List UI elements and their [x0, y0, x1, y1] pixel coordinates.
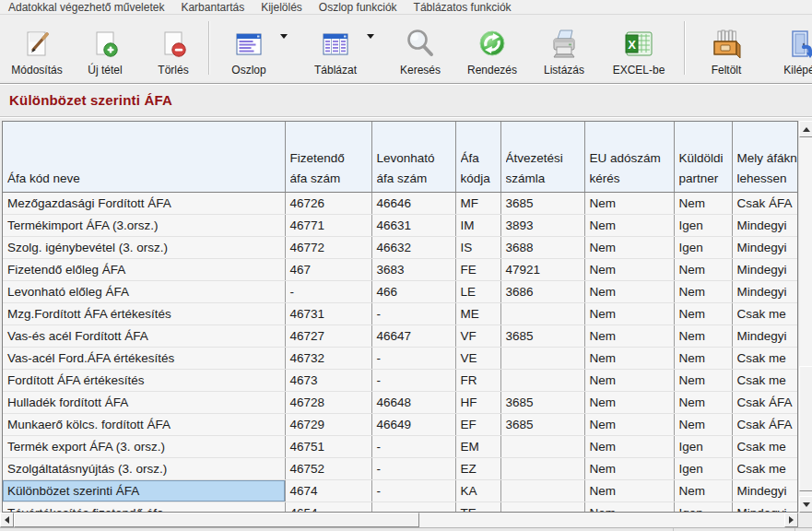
- table-cell[interactable]: KA: [455, 480, 500, 502]
- table-cell[interactable]: 46632: [371, 237, 455, 259]
- table-cell[interactable]: -: [371, 458, 455, 480]
- menu-item-oszlop-funkciok[interactable]: Oszlop funkciók: [311, 1, 406, 14]
- table-cell[interactable]: EZ: [455, 458, 500, 480]
- table-cell[interactable]: [500, 348, 584, 370]
- table-cell[interactable]: Nem: [584, 436, 674, 458]
- table-cell[interactable]: 46732: [285, 348, 371, 370]
- new-item-button[interactable]: Új tétel: [76, 18, 135, 77]
- table-cell[interactable]: 466: [371, 281, 455, 303]
- table-cell[interactable]: TE: [455, 502, 500, 513]
- table-cell[interactable]: Nem: [584, 237, 674, 259]
- table-cell[interactable]: 4673: [285, 370, 371, 392]
- table-cell[interactable]: [500, 458, 584, 480]
- table-cell[interactable]: 46646: [371, 193, 455, 215]
- table-cell[interactable]: EM: [455, 436, 500, 458]
- table-cell[interactable]: -: [285, 281, 371, 303]
- table-cell[interactable]: Nem: [674, 325, 732, 348]
- table-cell[interactable]: Csak ÁFA: [732, 392, 798, 414]
- table-cell[interactable]: 3685: [500, 414, 584, 436]
- table-cell[interactable]: Csak me: [732, 348, 798, 370]
- table-cell[interactable]: LE: [455, 281, 500, 303]
- table-cell[interactable]: FE: [455, 259, 500, 281]
- table-cell[interactable]: [500, 502, 584, 513]
- table-cell[interactable]: Nem: [584, 303, 674, 325]
- vertical-scroll-thumb[interactable]: [799, 366, 812, 491]
- delete-button[interactable]: Törlés: [144, 18, 203, 77]
- horizontal-scrollbar[interactable]: [0, 513, 798, 527]
- table-cell[interactable]: 46752: [285, 458, 371, 480]
- table-cell[interactable]: 4674: [285, 480, 371, 502]
- table-cell[interactable]: Nem: [674, 414, 732, 436]
- table-cell[interactable]: Nem: [674, 303, 732, 325]
- table-cell[interactable]: Távértékesítés fizetendő áfa: [3, 502, 285, 513]
- table-cell[interactable]: Igen: [674, 458, 732, 480]
- table-cell[interactable]: IS: [455, 237, 500, 259]
- table-cell[interactable]: Vas-és acél Fordított ÁFA: [3, 325, 285, 348]
- table-cell[interactable]: [500, 480, 584, 502]
- table-cell[interactable]: Mezőgazdasági Fordított ÁFA: [3, 193, 285, 215]
- scroll-left-button[interactable]: [0, 513, 14, 527]
- table-cell[interactable]: Termékimport ÁFA (3.orsz.): [3, 215, 285, 237]
- table-cell[interactable]: VF: [455, 325, 500, 348]
- table-cell[interactable]: Nem: [584, 215, 674, 237]
- column-header-atvezetesi-szamla[interactable]: Átvezetési számla: [500, 122, 584, 193]
- table-cell[interactable]: 46751: [285, 436, 371, 458]
- scroll-up-button[interactable]: [799, 121, 812, 137]
- menu-item-kijeloles[interactable]: Kijelölés: [253, 1, 311, 14]
- scroll-right-button[interactable]: [784, 513, 798, 527]
- column-header-fizetendo-afa-szam[interactable]: Fizetendő áfa szám: [285, 122, 371, 193]
- table-cell[interactable]: ME: [455, 303, 500, 325]
- table-cell[interactable]: Nem: [584, 259, 674, 281]
- table-cell[interactable]: 46649: [371, 414, 455, 436]
- table-cell[interactable]: Nem: [674, 281, 732, 303]
- table-cell[interactable]: Csak me: [732, 436, 798, 458]
- table-cell[interactable]: Nem: [584, 458, 674, 480]
- table-cell[interactable]: IM: [455, 215, 500, 237]
- table-cell[interactable]: EF: [455, 414, 500, 436]
- table-cell[interactable]: Nem: [584, 392, 674, 414]
- table-cell[interactable]: HF: [455, 392, 500, 414]
- table-cell[interactable]: -: [371, 348, 455, 370]
- table-cell[interactable]: [500, 370, 584, 392]
- scroll-down-button[interactable]: [799, 496, 812, 513]
- table-cell[interactable]: Szolg. igénybevétel (3. orsz.): [3, 237, 285, 259]
- table-cell[interactable]: Igen: [674, 436, 732, 458]
- table-cell[interactable]: Nem: [584, 502, 674, 513]
- table-cell[interactable]: Termék export ÁFA (3. orsz.): [3, 436, 285, 458]
- table-cell[interactable]: Csak me: [732, 458, 798, 480]
- table-cell[interactable]: -: [371, 436, 455, 458]
- horizontal-scroll-thumb[interactable]: [14, 513, 419, 527]
- exit-button[interactable]: Kilépés: [772, 18, 812, 77]
- table-cell[interactable]: 467: [285, 259, 371, 281]
- table-cell[interactable]: Mindegyi: [732, 502, 798, 513]
- table-cell[interactable]: Csak me: [732, 303, 798, 325]
- table-cell[interactable]: Csak ÁFA: [732, 193, 798, 215]
- table-cell[interactable]: Nem: [674, 480, 732, 502]
- table-cell[interactable]: Levonható előleg ÁFA: [3, 281, 285, 303]
- table-cell[interactable]: Fizetendő előleg ÁFA: [3, 259, 285, 281]
- table-cell[interactable]: 46647: [371, 325, 455, 348]
- table-cell[interactable]: 46727: [285, 325, 371, 348]
- table-cell[interactable]: Igen: [674, 237, 732, 259]
- vertical-scrollbar[interactable]: [798, 121, 812, 513]
- table-cell[interactable]: 3683: [371, 259, 455, 281]
- table-cell[interactable]: 47921: [500, 259, 584, 281]
- column-header-mely-afaknal-lehessen[interactable]: Mely áfákn lehessen: [732, 122, 798, 193]
- table-cell[interactable]: [500, 436, 584, 458]
- table-cell[interactable]: 46731: [285, 303, 371, 325]
- table-cell[interactable]: Hulladék fordított ÁFA: [3, 392, 285, 414]
- column-header-kuldoldi-partner[interactable]: Küldöldi partner: [674, 122, 732, 193]
- column-header-afa-kod-neve[interactable]: Áfa kód neve: [3, 122, 285, 193]
- table-cell[interactable]: Mindegyi: [732, 237, 798, 259]
- table-cell[interactable]: [500, 303, 584, 325]
- table-cell[interactable]: Mindegyi: [732, 259, 798, 281]
- modify-button[interactable]: Módosítás: [7, 18, 66, 77]
- table-cell[interactable]: Nem: [674, 348, 732, 370]
- table-cell[interactable]: 3688: [500, 237, 584, 259]
- table-cell[interactable]: 46771: [285, 215, 371, 237]
- table-cell[interactable]: Igen: [674, 215, 732, 237]
- table-cell[interactable]: -: [371, 303, 455, 325]
- table-button[interactable]: Táblázat: [306, 18, 365, 77]
- table-cell[interactable]: Mindegyi: [732, 480, 798, 502]
- table-dropdown-arrow[interactable]: [367, 34, 374, 39]
